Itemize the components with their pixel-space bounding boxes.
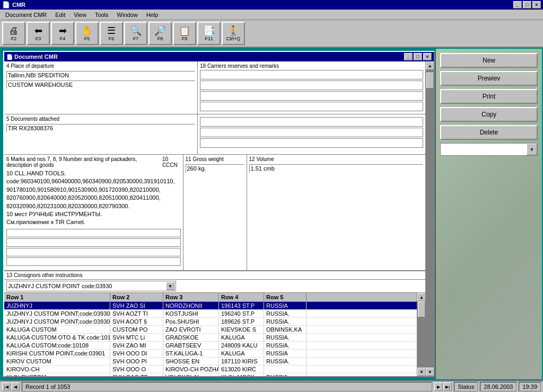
consignor-combo-arrow[interactable]: ▼ bbox=[166, 282, 174, 290]
menu-help[interactable]: Help bbox=[142, 11, 163, 19]
goods-line-empty-3[interactable] bbox=[6, 248, 181, 256]
record-label: Record 1 of 1053 bbox=[25, 384, 70, 390]
delete-button[interactable]: Delete bbox=[440, 125, 538, 140]
list-item[interactable]: KIRISHI CUSTOM POINT,code:03901 SVH OOO … bbox=[4, 350, 417, 358]
list-col-header-3: Row 3 bbox=[163, 293, 219, 301]
menu-window[interactable]: Window bbox=[113, 11, 142, 19]
list-cell-8-2: KIROVО-CH POZHARNY bbox=[163, 366, 219, 373]
field-18-input-4[interactable] bbox=[200, 102, 423, 111]
doc-close-button[interactable]: × bbox=[423, 53, 432, 60]
goods-line-empty-1[interactable] bbox=[6, 229, 181, 237]
toolbar-btn-f4[interactable]: ➡ F4 bbox=[51, 22, 74, 45]
doc-scroll-down[interactable]: ▼ bbox=[426, 368, 434, 376]
list-item[interactable]: KIROV CUSTOM SVH OOO PI SHOSSE EN 187110… bbox=[4, 358, 417, 366]
doc-vscrollbar[interactable]: ▲ ▼ bbox=[425, 61, 434, 376]
list-cell-7-3: 187110 KIRIS bbox=[219, 358, 264, 365]
list-item[interactable]: JUZHNYJ SVH ZAO SI NORDZHONII 196143 ST.… bbox=[4, 302, 417, 310]
menu-document-cmr[interactable]: Document CMR bbox=[1, 11, 51, 19]
doc-scroll-thumb[interactable] bbox=[426, 73, 434, 88]
list-item[interactable]: JUZHNYJ CUSTOM POINT;code:03930. SVH AOO… bbox=[4, 318, 417, 326]
list-cell-8-1: SVH OOO O bbox=[110, 366, 163, 373]
toolbar-btn-f7[interactable]: 🔍 F7 bbox=[124, 22, 147, 45]
menu-edit[interactable]: Edit bbox=[51, 11, 69, 19]
field-5-right-3[interactable] bbox=[200, 138, 423, 148]
field-13-label: 13 Consignors other instructions bbox=[6, 272, 82, 278]
field-18-input-1[interactable] bbox=[200, 70, 423, 79]
list-scroll-track bbox=[417, 301, 425, 368]
maximize-button[interactable]: □ bbox=[523, 1, 531, 8]
list-body[interactable]: JUZHNYJ SVH ZAO SI NORDZHONII 196143 ST.… bbox=[4, 302, 417, 376]
doc-scroll-track bbox=[426, 70, 434, 368]
toolbar-btn-f3[interactable]: ⬅ F3 bbox=[27, 22, 50, 45]
field-12-value[interactable]: 1.51 cmb bbox=[249, 164, 424, 173]
consignor-combo[interactable]: JUZHNYJ CUSTOM POINT code:03930 ▼ bbox=[6, 281, 176, 291]
new-button[interactable]: New bbox=[440, 53, 538, 68]
right-combo-arrow[interactable]: ▼ bbox=[527, 144, 537, 155]
field-12-section: 12 Volume 1.51 cmb bbox=[247, 155, 426, 270]
list-cell-0-2: NORDZHONII bbox=[163, 302, 219, 309]
list-item[interactable]: KALUGA CUSTOM;code:10108 SVH ZAO MI GRAB… bbox=[4, 342, 417, 350]
nav-next[interactable]: ▶ bbox=[434, 382, 443, 391]
menu-tools[interactable]: Tools bbox=[91, 11, 113, 19]
field-4-value-line2[interactable]: CUSTOM WAREHOUSE bbox=[6, 81, 195, 89]
list-cell-9-4: RUSSIA. bbox=[264, 373, 306, 376]
f5-label: F5 bbox=[84, 36, 90, 41]
list-item[interactable]: KALUGA CUSTOM CUSTOM PO ZAO EVROTI KIEVS… bbox=[4, 326, 417, 334]
outer-title: 📄 CMR bbox=[2, 1, 25, 8]
nav-first[interactable]: |◀ bbox=[2, 382, 11, 391]
goods-line-2: code:960340100,960400000,960340900,82053… bbox=[6, 177, 181, 185]
menu-view[interactable]: View bbox=[69, 11, 91, 19]
list-cell-3-1: CUSTOM PO bbox=[110, 326, 163, 333]
toolbar-btn-f2[interactable]: 🖨 F2 bbox=[2, 22, 25, 45]
right-combo[interactable]: ▼ bbox=[440, 143, 538, 156]
field-4-value-line1[interactable]: Tallinn,NBI SPEDITION bbox=[6, 71, 195, 79]
list-cell-6-0: KIRISHI CUSTOM POINT,code:03901 bbox=[4, 350, 110, 357]
list-item[interactable]: KLIN CUSTOM SVH OAO TE VOLOKOLAI KLIN, M… bbox=[4, 373, 417, 376]
list-item[interactable]: KIROVO-CH SVH OOO O KIROVО-CH POZHARNY 6… bbox=[4, 366, 417, 373]
ctrlq-label: Ctrl+Q bbox=[226, 36, 240, 41]
close-button[interactable]: × bbox=[532, 1, 541, 8]
doc-window-controls: _ □ × bbox=[404, 53, 432, 60]
list-cell-6-2: ST.KALUGA-1 bbox=[163, 350, 219, 357]
list-content: Row 1 Row 2 Row 3 Row 4 Row 5 bbox=[4, 293, 417, 376]
list-cell-4-1: SVH MTC Li bbox=[110, 334, 163, 341]
toolbar-btn-f6[interactable]: ☰ F6 bbox=[100, 22, 123, 45]
list-cell-1-3: 196240 ST.P bbox=[219, 310, 264, 317]
doc-maximize-button[interactable]: □ bbox=[414, 53, 422, 60]
toolbar-btn-f11[interactable]: 📑 F11 bbox=[197, 22, 221, 45]
list-scroll-down[interactable]: ▼ bbox=[417, 368, 425, 376]
list-scrollbar[interactable]: ▲ ▼ bbox=[417, 293, 425, 376]
goods-line-empty-2[interactable] bbox=[6, 238, 181, 247]
list-item[interactable]: KALUGA CUSTOM OTO & TK code:10108. SVH M… bbox=[4, 334, 417, 342]
list-scroll-up[interactable]: ▲ bbox=[417, 293, 425, 301]
minimize-button[interactable]: _ bbox=[513, 1, 522, 8]
toolbar-btn-ctrlq[interactable]: 🚶 Ctrl+Q bbox=[222, 22, 245, 45]
doc-minimize-button[interactable]: _ bbox=[404, 53, 413, 60]
doc-scroll-up[interactable]: ▲ bbox=[426, 61, 434, 70]
list-scroll-thumb[interactable] bbox=[418, 301, 425, 317]
goods-line-1: 10 CLL.HAND TOOLS. bbox=[6, 170, 181, 177]
list-cell-4-2: GRADSKOE bbox=[163, 334, 219, 341]
list-cell-9-2: VOLOKOLAI bbox=[163, 373, 219, 376]
field-18-input-2[interactable] bbox=[200, 81, 423, 90]
toolbar-btn-f9[interactable]: 📋 F9 bbox=[173, 22, 196, 45]
copy-button[interactable]: Copy bbox=[440, 107, 538, 122]
list-item[interactable]: JUZHNYJ CUSTOM POINT;code:03930 SVH AOZT… bbox=[4, 310, 417, 318]
field-11-value[interactable]: 260 kg. bbox=[186, 164, 244, 173]
toolbar-btn-f8[interactable]: 🔎 F8 bbox=[148, 22, 172, 45]
toolbar-btn-f5[interactable]: ✋ F5 bbox=[75, 22, 99, 45]
document-icon: 📑 bbox=[203, 26, 215, 35]
forward-icon: ➡ bbox=[59, 26, 67, 35]
nav-prev[interactable]: ◀ bbox=[11, 382, 20, 391]
field-5-right-1[interactable] bbox=[200, 117, 423, 127]
field-5-value[interactable]: TIR RX28308376 bbox=[6, 124, 195, 132]
field-5-label: 5 Documents attached bbox=[6, 116, 195, 122]
nav-last[interactable]: ▶| bbox=[443, 382, 452, 391]
preview-button[interactable]: Prewiev bbox=[440, 71, 538, 86]
field-5-right-2[interactable] bbox=[200, 128, 423, 137]
goods-line-6: 10 мест РУЧНЫЕ ИНСТРУМЕНТЫ. bbox=[6, 210, 181, 218]
print-button[interactable]: Print bbox=[440, 89, 538, 104]
goods-line-empty-4[interactable] bbox=[6, 257, 181, 266]
field-18-input-3[interactable] bbox=[200, 91, 423, 101]
field-4-section: 4 Place of departure Tallinn,NBI SPEDITI… bbox=[4, 61, 198, 114]
